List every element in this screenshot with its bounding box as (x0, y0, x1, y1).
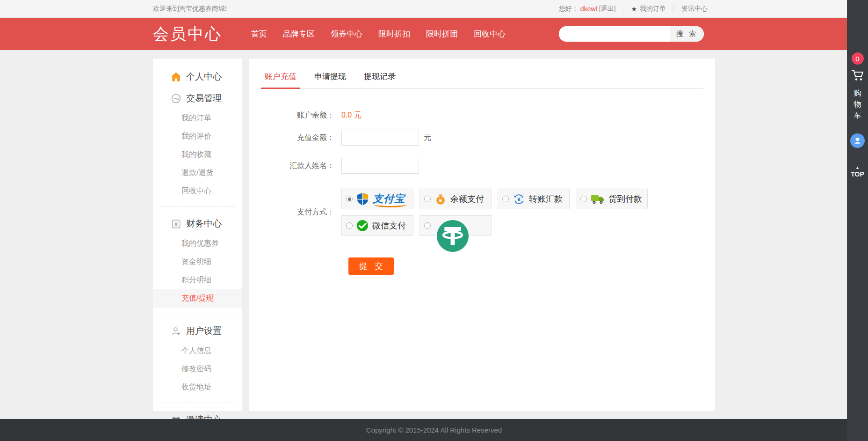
alipay-logo-text: 支付宝 (373, 192, 405, 206)
finance-icon (171, 219, 181, 229)
recharge-tabs: 账户充值 申请提现 提现记录 (261, 66, 703, 89)
logout-link[interactable]: [退出] (599, 5, 616, 13)
moneybag-icon: ¥ (434, 193, 447, 205)
payment-option-label: 余额支付 (450, 193, 484, 205)
sidebar-item-recharge-withdraw[interactable]: 充值/提现 (153, 289, 242, 308)
tab-withdraw-records[interactable]: 提现记录 (360, 66, 399, 88)
back-to-top-button[interactable]: ▲ TOP (851, 165, 864, 177)
nav-recycle-center[interactable]: 回收中心 (474, 29, 506, 39)
payer-row: 汇款人姓名： (261, 158, 703, 174)
radio-wechat[interactable] (346, 222, 353, 229)
search-button[interactable]: 搜 索 (670, 26, 704, 42)
nav-home[interactable]: 首页 (251, 29, 267, 39)
headset-person-icon (853, 136, 862, 145)
payment-option-cod[interactable]: 货到付款 (576, 189, 648, 209)
sidebar-section-finance[interactable]: 财务中心 (153, 213, 242, 235)
svg-text:¥: ¥ (439, 198, 442, 203)
payment-options: 支付宝 ¥ 余额支付 (341, 189, 664, 236)
news-center-link[interactable]: 资讯中心 (673, 5, 715, 13)
radio-alipay[interactable] (346, 196, 353, 202)
page-footer: Copyright © 2015-2024 All Rights Reserve… (0, 419, 868, 441)
sidebar-item-personal-info[interactable]: 个人信息 (153, 342, 242, 360)
tab-apply-withdraw[interactable]: 申请提现 (311, 66, 350, 88)
sidebar-divider (160, 403, 235, 403)
cart-label[interactable]: 购物车 (854, 88, 862, 121)
nav-coupon-center[interactable]: 领券中心 (331, 29, 362, 39)
username-link[interactable]: dkewl (580, 5, 597, 13)
sidebar-item-my-reviews[interactable]: 我的评价 (153, 127, 242, 146)
cart-count-badge: 0 (852, 52, 864, 65)
submit-button[interactable]: 提 交 (348, 257, 394, 275)
sidebar-item-my-orders[interactable]: 我的订单 (153, 109, 242, 127)
site-logo[interactable]: 会员中心 (153, 23, 222, 45)
welcome-text: 欢迎来到淘宝优惠券商城! (153, 5, 227, 13)
amount-input[interactable] (341, 130, 419, 146)
search-bar: 搜 索 (559, 26, 704, 42)
nav-group-buy[interactable]: 限时拼团 (426, 29, 458, 39)
copyright-text: Copyright © 2015-2024 All Rights Reserve… (366, 426, 502, 434)
sidebar-item-my-coupons[interactable]: 我的优惠券 (153, 235, 242, 253)
search-input[interactable] (559, 26, 670, 42)
nav-flash-discount[interactable]: 限时折扣 (378, 29, 410, 39)
nav-brand-zone[interactable]: 品牌专区 (283, 29, 315, 39)
payment-option-balance[interactable]: ¥ 余额支付 (420, 189, 492, 209)
svg-text:¥: ¥ (517, 196, 521, 202)
payment-option-wechat[interactable]: 微信支付 (341, 215, 413, 236)
tether-icon (437, 220, 469, 252)
member-center-page: 欢迎来到淘宝优惠券商城! 您好： dkewl [退出] ★ 我的订单 资讯中心 … (0, 0, 868, 441)
balance-value: 0.0 元 (341, 110, 362, 120)
top-utility-bar: 欢迎来到淘宝优惠券商城! 您好： dkewl [退出] ★ 我的订单 资讯中心 (0, 0, 868, 18)
truck-icon (591, 194, 605, 205)
sidebar-divider (160, 206, 235, 207)
sidebar-item-refund-return[interactable]: 退款/退货 (153, 164, 242, 182)
recharge-form: 账户余额： 0.0 元 充值金额： 元 汇款人姓名： 支付方式： (261, 110, 703, 275)
amount-label: 充值金额： (261, 133, 341, 143)
my-orders-link[interactable]: ★ 我的订单 (623, 5, 673, 13)
sidebar-divider (160, 314, 235, 314)
alipay-shield-icon (356, 192, 369, 206)
radio-transfer[interactable] (502, 196, 509, 202)
payment-option-usdt[interactable] (420, 215, 492, 236)
payment-label: 支付方式： (261, 207, 341, 217)
radio-usdt[interactable] (424, 222, 431, 229)
payment-option-bank-transfer[interactable]: ¥ 转账汇款 (498, 189, 570, 209)
sidebar-item-shipping-address[interactable]: 收货地址 (153, 378, 242, 397)
payment-option-label: 转账汇款 (529, 193, 563, 205)
star-icon: ★ (631, 5, 637, 13)
sidebar-section-trade[interactable]: 交易管理 (153, 88, 242, 109)
payment-option-label: 货到付款 (608, 193, 642, 205)
payer-name-input[interactable] (341, 158, 419, 174)
radio-cod[interactable] (580, 196, 587, 202)
balance-row: 账户余额： 0.0 元 (261, 110, 703, 120)
main-nav: 首页 品牌专区 领券中心 限时折扣 限时拼团 回收中心 (251, 29, 506, 39)
cart-icon[interactable] (851, 69, 865, 82)
tab-account-recharge[interactable]: 账户充值 (261, 66, 300, 88)
recharge-panel: 账户充值 申请提现 提现记录 账户余额： 0.0 元 充值金额： 元 汇款人姓名… (249, 59, 715, 411)
transfer-icon: ¥ (513, 193, 525, 206)
sidebar-menu: 个人中心 交易管理 我的订单 我的评价 我的收藏 退款/退货 回收中心 (153, 59, 242, 411)
sidebar-item-fund-details[interactable]: 资金明细 (153, 253, 242, 271)
payment-method-row: 支付方式： 支付宝 (261, 189, 703, 236)
payment-option-label: 微信支付 (372, 220, 406, 231)
balance-label: 账户余额： (261, 110, 341, 120)
home-icon (171, 72, 181, 82)
sidebar-section-personal-center[interactable]: 个人中心 (153, 66, 242, 88)
sidebar-item-change-password[interactable]: 修改密码 (153, 360, 242, 378)
main-header: 会员中心 首页 品牌专区 领券中心 限时折扣 限时拼团 回收中心 搜 索 (0, 18, 868, 50)
up-arrow-icon: ▲ (851, 165, 864, 170)
right-fixed-rail: 0 购物车 ▲ TOP (847, 0, 868, 441)
trade-icon (171, 94, 181, 103)
radio-balance[interactable] (424, 196, 431, 202)
payer-label: 汇款人姓名： (261, 161, 341, 171)
wechat-icon (356, 220, 369, 232)
customer-service-button[interactable] (850, 133, 865, 148)
sidebar-item-my-favorites[interactable]: 我的收藏 (153, 146, 242, 164)
sidebar-section-user-settings[interactable]: 用户设置 (153, 320, 242, 342)
user-settings-icon (171, 326, 181, 336)
sidebar-item-points-details[interactable]: 积分明细 (153, 271, 242, 289)
greeting-prefix: 您好： (559, 5, 579, 13)
amount-unit: 元 (424, 133, 431, 143)
payment-option-alipay[interactable]: 支付宝 (341, 189, 413, 209)
amount-row: 充值金额： 元 (261, 130, 703, 146)
sidebar-item-recycle-center[interactable]: 回收中心 (153, 182, 242, 200)
